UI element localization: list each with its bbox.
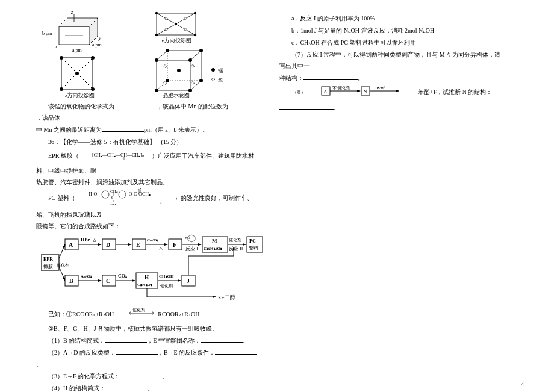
pc-formula: H-O- CH₃ C CH₃ -O-C-OCH₃ O n: [89, 188, 173, 205]
pc-line: PC 塑料（ H-O- CH₃ C CH₃ -O-C-OCH₃ O n: [36, 188, 260, 220]
svg-text:橡胶: 橡胶: [43, 264, 53, 269]
svg-text:△: △: [93, 237, 97, 243]
svg-point-49: [191, 82, 194, 84]
svg-text:H: H: [145, 274, 149, 280]
svg-line-34: [190, 51, 201, 60]
svg-point-51: [212, 78, 215, 81]
svg-line-33: [157, 51, 167, 60]
svg-text:催化剂: 催化剂: [160, 284, 173, 288]
svg-text:CH₃OH: CH₃OH: [159, 274, 174, 279]
opt-a: a．反应 I 的原子利用率为 100%: [279, 13, 506, 24]
legend-mn: 锰: [217, 67, 223, 73]
svg-point-46: [164, 65, 166, 67]
svg-point-23: [165, 28, 167, 31]
svg-text:C: C: [106, 278, 110, 284]
eq-arrow: 催化剂: [128, 308, 157, 319]
epr-line-2: 热胶管、汽车密封件、润滑油添加剂及其它制品。: [36, 176, 260, 188]
svg-point-20: [175, 23, 177, 25]
svg-text:A: A: [323, 89, 328, 95]
svg-point-44: [199, 79, 203, 82]
unitcell-diagram: y方向投影图: [151, 11, 253, 98]
svg-text:C: C: [111, 195, 114, 201]
svg-text:C₃H₄O₃: C₃H₄O₃: [137, 282, 152, 287]
svg-point-56: [102, 191, 109, 198]
svg-point-22: [184, 17, 187, 20]
svg-text:[CH₂—CH₂—CH—CH₂]ₙ: [CH₂—CH₂—CH—CH₂]ₙ: [92, 152, 144, 158]
sub-1: （1）B 的结构简式：，E 中官能团名称：。: [36, 335, 260, 346]
svg-text:Ag/O₂: Ag/O₂: [81, 274, 92, 279]
caption-z: z方向投影图: [65, 92, 95, 98]
svg-point-48: [164, 82, 166, 84]
svg-text:Z+二醇: Z+二醇: [218, 294, 235, 300]
label-apm2: a pm: [92, 42, 102, 48]
label-z: z: [70, 11, 73, 15]
line-mn-distance: 中 Mn 之间的最近距离为pm（用 a、b 来表示）。: [36, 124, 260, 135]
svg-line-99: [59, 244, 65, 258]
svg-point-47: [191, 65, 194, 67]
projection-diagram: a pm a pm b pm x y z z方向投影图: [36, 11, 132, 98]
page-number: 4: [521, 379, 524, 390]
svg-text:O₂/H⁺: O₂/H⁺: [375, 86, 386, 90]
sub-7: （7）反应 I 过程中，可以得到两种同类型副产物，且与 M 互为同分异构体，请写…: [279, 49, 506, 72]
label-bpm: b pm: [42, 31, 52, 36]
label-apm: a pm: [72, 48, 82, 53]
svg-text:-O-C-OCH₃: -O-C-OCH₃: [127, 191, 151, 197]
svg-point-16: [155, 12, 158, 14]
svg-point-19: [194, 34, 196, 36]
label-x: x: [55, 44, 58, 49]
crystal-diagrams: a pm a pm b pm x y z z方向投影图: [36, 11, 260, 98]
svg-text:CH₃: CH₃: [110, 189, 118, 194]
svg-point-39: [155, 89, 158, 92]
svg-text:Cu/O₂: Cu/O₂: [147, 238, 158, 243]
svg-text:D: D: [106, 241, 110, 248]
svg-line-101: [59, 267, 65, 281]
svg-text:塑料: 塑料: [249, 246, 258, 251]
sub8-flow: A 苯/催化剂 N O₂/H⁺: [320, 84, 417, 98]
caption-cell: 晶胞示意图: [163, 92, 190, 98]
svg-text:HO: HO: [185, 236, 190, 240]
svg-text:O: O: [138, 188, 141, 191]
svg-point-8: [60, 56, 63, 60]
label-y: y: [98, 36, 101, 41]
svg-text:PC: PC: [249, 238, 256, 244]
svg-text:反应 II: 反应 II: [229, 246, 243, 252]
svg-point-18: [155, 34, 158, 36]
svg-text:苯/催化剂: 苯/催化剂: [332, 86, 350, 90]
sub-4: （4）H 的结构简式：。: [36, 382, 260, 392]
svg-point-24: [184, 28, 187, 31]
svg-point-41: [166, 49, 169, 52]
svg-point-38: [188, 58, 192, 62]
sub-2: （2）A→D 的反应类型：，B→E 的反应条件：。: [36, 347, 260, 370]
svg-text:N: N: [363, 89, 367, 95]
svg-point-50: [211, 68, 215, 72]
svg-point-11: [91, 87, 95, 91]
sub-8b: 。: [279, 102, 506, 113]
svg-text:A: A: [69, 241, 73, 248]
sub-8: （8） A 苯/催化剂 N O₂/H⁺ 苯酚+F，试推断 N 的结构：: [279, 84, 506, 101]
pc-line-2: 眼镜等。它们的合成路线如下：: [36, 220, 260, 232]
svg-text:反应 I: 反应 I: [185, 246, 198, 252]
svg-point-42: [199, 49, 203, 52]
epr-line: EPR 橡胶（ [CH₂—CH₂—CH—CH₂]ₙ CH₃ ）广泛应用于汽车部件…: [36, 148, 260, 176]
svg-text:CO₂: CO₂: [118, 273, 127, 279]
svg-text:EPR: EPR: [43, 257, 53, 262]
svg-text:C₁₅H₁₆O₂: C₁₅H₁₆O₂: [204, 246, 222, 251]
svg-point-37: [155, 58, 158, 62]
legend-o: 氧: [218, 77, 223, 83]
svg-point-12: [75, 72, 79, 75]
svg-point-21: [165, 17, 167, 20]
known-1: 已知：①RCOOR₁+R₂OH 催化剂 RCOOR₂+R₁OH: [36, 308, 260, 322]
svg-text:F: F: [173, 241, 176, 248]
q36-heading: 36．【化学——选修 5：有机化学基础】 (15 分): [36, 136, 260, 148]
svg-text:催化剂: 催化剂: [132, 308, 145, 313]
svg-text:H-O-: H-O-: [89, 191, 99, 197]
svg-text:△: △: [159, 246, 163, 251]
svg-text:CH₃: CH₃: [110, 203, 118, 205]
svg-point-45: [177, 69, 181, 72]
svg-text:HBr: HBr: [81, 237, 90, 243]
svg-text:催化剂: 催化剂: [229, 238, 241, 243]
sub-3: （3）E→F 的化学方程式：。: [36, 370, 260, 382]
caption-y: y方向投影图: [161, 37, 191, 43]
svg-text:n: n: [160, 200, 162, 205]
known-2: ②B、F、G、H、J 各物质中，核磁共振氢谱都只有一组吸收峰。: [36, 323, 260, 334]
